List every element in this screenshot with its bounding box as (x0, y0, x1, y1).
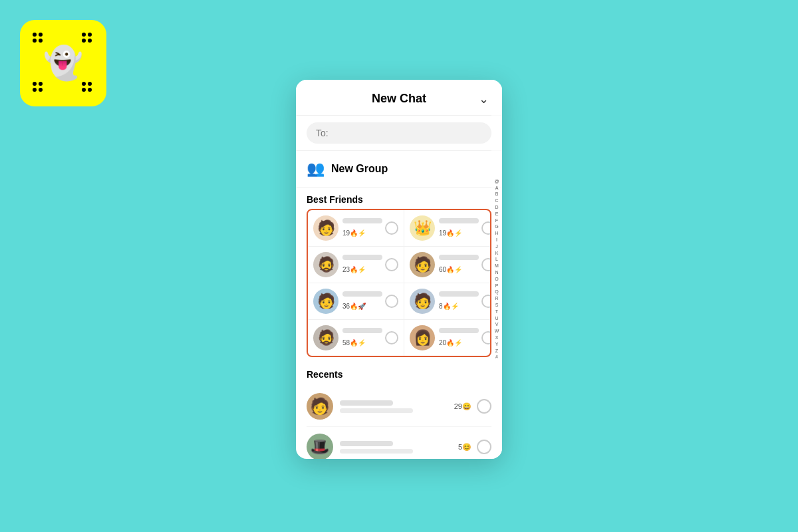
friend-name-bar-4 (342, 291, 382, 297)
recent-item-1[interactable]: 🎩 5😊 (307, 427, 491, 459)
alpha-index: @ A B C D E F G H I J K L M N O P Q R S … (491, 80, 502, 459)
snapchat-ghost-icon: 👻 (43, 45, 83, 82)
friend-select-0[interactable] (385, 221, 398, 235)
alpha-c[interactable]: C (495, 198, 498, 204)
alpha-e[interactable]: E (495, 211, 499, 217)
friend-streak-3: 60🔥⚡ (439, 266, 462, 273)
alpha-x[interactable]: X (495, 334, 499, 341)
recent-avatar-1: 🎩 (307, 434, 333, 459)
friend-info-7: 20🔥⚡ (439, 328, 479, 348)
friend-select-5[interactable] (481, 295, 491, 308)
recent-avatar-0: 🧑 (307, 393, 333, 420)
friend-cell-4[interactable]: 🧑 36🔥🚀 (308, 283, 404, 320)
scroll-content: Best Friends 🧑 19🔥⚡ 👑 19🔥⚡ 🧔 (296, 188, 502, 459)
recent-name-0 (340, 400, 393, 406)
new-group-icon: 👥 (307, 160, 325, 178)
recent-meta-1: 5😊 (458, 443, 471, 452)
alpha-y[interactable]: Y (495, 341, 499, 348)
modal-title: New Chat (372, 92, 426, 106)
friend-avatar-7: 👩 (410, 325, 435, 350)
alpha-f[interactable]: F (495, 217, 498, 224)
friend-cell-3[interactable]: 🧑 60🔥⚡ (404, 247, 491, 283)
alpha-k[interactable]: K (495, 250, 499, 257)
alpha-s[interactable]: S (495, 302, 499, 309)
alpha-a[interactable]: A (495, 185, 499, 192)
friend-cell-6[interactable]: 🧔 58🔥⚡ (308, 320, 404, 356)
alpha-h[interactable]: H (495, 230, 498, 237)
snapcode-corner-bl (33, 82, 45, 94)
friend-select-6[interactable] (385, 331, 398, 344)
snapcode-corner-tr (82, 33, 94, 45)
recent-item-0[interactable]: 🧑 29😄 (307, 386, 491, 427)
snapcode: 👻 (20, 20, 106, 106)
friend-avatar-4: 🧑 (313, 289, 338, 314)
recent-info-1 (340, 441, 458, 454)
recent-select-0[interactable] (477, 399, 491, 414)
friend-streak-2: 23🔥⚡ (342, 266, 366, 273)
friend-avatar-1: 👑 (410, 215, 435, 241)
snapcode-corner-br (82, 82, 94, 94)
friend-select-1[interactable] (481, 221, 491, 235)
alpha-u[interactable]: U (495, 315, 498, 322)
alpha-g[interactable]: G (495, 223, 498, 230)
friend-name-bar-0 (342, 218, 382, 223)
friend-info-6: 58🔥⚡ (342, 328, 382, 348)
friend-avatar-5: 🧑 (410, 289, 435, 314)
recent-sub-1 (340, 449, 413, 454)
modal-header: New Chat ⌄ (296, 80, 502, 116)
friend-cell-0[interactable]: 🧑 19🔥⚡ (308, 210, 404, 247)
friend-info-4: 36🔥🚀 (342, 291, 382, 311)
alpha-p[interactable]: P (495, 283, 499, 289)
alpha-j[interactable]: J (495, 243, 498, 250)
best-friends-grid: 🧑 19🔥⚡ 👑 19🔥⚡ 🧔 23🔥⚡ (307, 209, 491, 357)
friend-select-2[interactable] (385, 258, 398, 271)
friend-info-0: 19🔥⚡ (342, 218, 382, 238)
friend-avatar-0: 🧑 (313, 215, 338, 241)
friend-cell-1[interactable]: 👑 19🔥⚡ (404, 210, 491, 247)
friend-streak-5: 8🔥⚡ (439, 303, 459, 310)
recent-select-1[interactable] (477, 440, 491, 454)
friend-info-1: 19🔥⚡ (439, 218, 479, 238)
friend-info-5: 8🔥⚡ (439, 291, 479, 311)
friend-cell-2[interactable]: 🧔 23🔥⚡ (308, 247, 404, 283)
snapcode-corner-tl (33, 33, 45, 45)
best-friends-header: Best Friends (296, 188, 502, 209)
alpha-r[interactable]: R (495, 295, 498, 302)
friend-select-3[interactable] (481, 258, 491, 271)
alpha-i[interactable]: I (496, 237, 497, 243)
friend-select-4[interactable] (385, 295, 398, 308)
friend-streak-6: 58🔥⚡ (342, 339, 366, 346)
friend-name-bar-3 (439, 255, 479, 260)
new-group-row[interactable]: 👥 New Group (296, 151, 502, 188)
friend-streak-1: 19🔥⚡ (439, 229, 462, 237)
recents-header: Recents (296, 362, 502, 384)
friend-streak-7: 20🔥⚡ (439, 339, 462, 346)
recent-sub-0 (340, 408, 413, 413)
alpha-q[interactable]: Q (495, 289, 498, 295)
chevron-down-icon[interactable]: ⌄ (479, 92, 489, 106)
friend-cell-7[interactable]: 👩 20🔥⚡ (404, 320, 491, 356)
to-input[interactable] (307, 122, 491, 144)
recents-list: 🧑 29😄 🎩 5😊 🧑 (296, 386, 502, 459)
recent-meta-0: 29😄 (454, 402, 471, 411)
friend-cell-5[interactable]: 🧑 8🔥⚡ (404, 283, 491, 320)
friend-avatar-2: 🧔 (313, 252, 338, 277)
alpha-w[interactable]: W (495, 328, 499, 334)
recent-info-0 (340, 400, 454, 413)
friend-avatar-6: 🧔 (313, 325, 338, 350)
alpha-hash[interactable]: # (495, 354, 498, 360)
friend-name-bar-1 (439, 218, 479, 223)
alpha-o[interactable]: O (495, 276, 498, 283)
alpha-n[interactable]: N (495, 269, 498, 276)
alpha-l[interactable]: L (495, 256, 498, 263)
friend-name-bar-2 (342, 255, 382, 260)
alpha-t[interactable]: T (495, 309, 498, 315)
alpha-v[interactable]: V (495, 321, 499, 328)
alpha-at[interactable]: @ (494, 178, 499, 185)
friend-name-bar-7 (439, 328, 479, 333)
alpha-z[interactable]: Z (495, 348, 498, 354)
alpha-d[interactable]: D (495, 204, 498, 211)
friend-select-7[interactable] (481, 331, 491, 344)
alpha-b[interactable]: B (495, 191, 499, 198)
alpha-m[interactable]: M (495, 263, 499, 269)
